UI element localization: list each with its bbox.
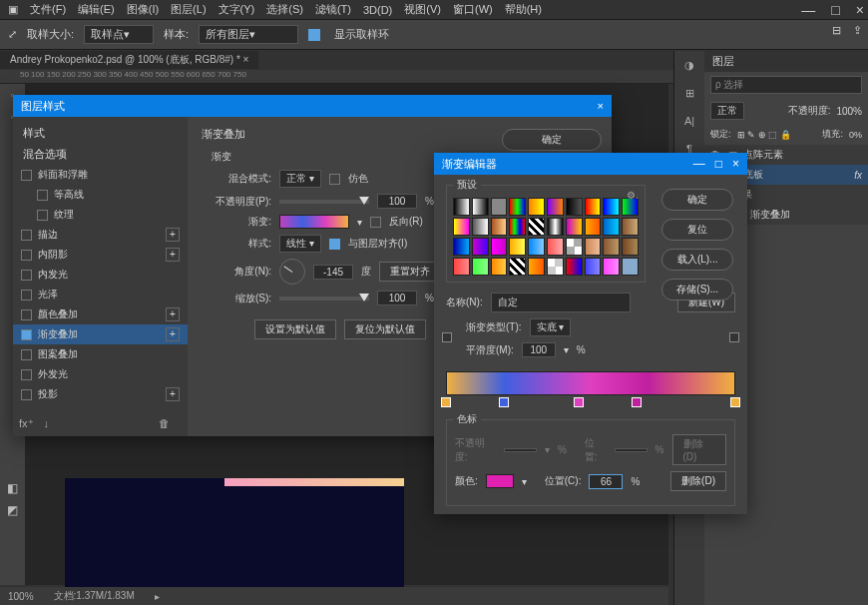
sample-select[interactable]: 所有图层 ▾: [199, 25, 298, 44]
layers-panel-header[interactable]: 图层: [704, 51, 868, 72]
close-icon[interactable]: ×: [856, 2, 864, 18]
dialog-titlebar[interactable]: 渐变编辑器 — □ ×: [434, 153, 747, 175]
gradient-color-stop[interactable]: [730, 397, 740, 407]
gradient-opacity-stop[interactable]: [729, 332, 739, 342]
gradient-bar[interactable]: [446, 371, 735, 395]
angle-dial[interactable]: [279, 259, 305, 285]
menu-window[interactable]: 窗口(W): [453, 2, 493, 17]
text-panel-icon[interactable]: A|: [674, 107, 704, 135]
color-preview[interactable]: [486, 474, 514, 488]
load-button[interactable]: 载入(L)...: [661, 249, 733, 271]
preset-swatch[interactable]: [547, 218, 564, 236]
menu-layer[interactable]: 图层(L): [171, 2, 206, 17]
scale-input[interactable]: 100: [377, 291, 417, 305]
angle-input[interactable]: -145: [313, 265, 353, 280]
preset-swatch[interactable]: [528, 238, 545, 256]
presets-menu-icon[interactable]: ⚙.: [627, 190, 639, 201]
colors-icon[interactable]: ◧: [0, 477, 25, 499]
preset-swatch[interactable]: [603, 218, 620, 236]
reverse-checkbox[interactable]: [370, 217, 381, 228]
preset-swatch[interactable]: [472, 258, 489, 276]
menu-filter[interactable]: 滤镜(T): [315, 2, 351, 17]
opacity-slider[interactable]: [279, 200, 369, 204]
style-bevel[interactable]: 斜面和浮雕: [13, 165, 188, 185]
make-default-button[interactable]: 设置为默认值: [254, 319, 336, 339]
menu-edit[interactable]: 编辑(E): [78, 2, 115, 17]
dialog-close-icon[interactable]: ×: [598, 100, 604, 112]
preset-swatch[interactable]: [453, 238, 470, 256]
swap-colors-icon[interactable]: ◩: [0, 499, 25, 521]
reset-align-button[interactable]: 重置对齐: [379, 262, 441, 282]
preset-swatch[interactable]: [528, 218, 545, 236]
style-innerglow[interactable]: 内发光: [13, 265, 188, 285]
preset-swatch[interactable]: [453, 258, 470, 276]
style-stroke[interactable]: 描边+: [13, 225, 188, 245]
gradtype-select[interactable]: 实底 ▾: [530, 318, 572, 336]
preset-swatch[interactable]: [585, 258, 602, 276]
fx-badge[interactable]: fx: [854, 170, 862, 181]
preset-swatch[interactable]: [622, 258, 639, 276]
preset-swatch[interactable]: [585, 218, 602, 236]
preset-swatch[interactable]: [622, 218, 639, 236]
preset-swatch[interactable]: [547, 238, 564, 256]
preset-swatch[interactable]: [491, 218, 508, 236]
preset-swatch[interactable]: [603, 258, 620, 276]
menu-select[interactable]: 选择(S): [266, 2, 303, 17]
preset-swatch[interactable]: [585, 238, 602, 256]
preset-swatch[interactable]: [509, 198, 526, 216]
opacity-value[interactable]: 100%: [836, 106, 862, 117]
maximize-icon[interactable]: □: [831, 2, 839, 18]
opacity-input[interactable]: 100: [377, 194, 417, 209]
menu-3d[interactable]: 3D(D): [363, 4, 392, 16]
preset-swatch[interactable]: [472, 198, 489, 216]
ok-button[interactable]: 确定: [502, 129, 602, 151]
smooth-input[interactable]: 100: [522, 342, 556, 357]
close-icon[interactable]: ×: [732, 157, 739, 171]
preset-swatch[interactable]: [566, 218, 583, 236]
delete-colorstop-button[interactable]: 删除(D): [670, 471, 726, 491]
menu-help[interactable]: 帮助(H): [505, 2, 542, 17]
color-loc-input[interactable]: 66: [589, 474, 623, 489]
preset-swatch[interactable]: [547, 198, 564, 216]
minimize-icon[interactable]: —: [801, 2, 815, 18]
lock-icons[interactable]: ⊞ ✎ ⊕ ⬚ 🔒: [737, 130, 791, 140]
blend-mode-select[interactable]: 正常: [710, 102, 744, 120]
samplesize-select[interactable]: 取样点 ▾: [84, 25, 154, 44]
fx-icon[interactable]: fx⁺: [19, 417, 34, 430]
preset-swatch[interactable]: [472, 238, 489, 256]
minimize-icon[interactable]: —: [693, 157, 705, 171]
preset-swatch[interactable]: [453, 218, 470, 236]
style-contour[interactable]: 等高线: [13, 185, 188, 205]
share-icon[interactable]: ⇪: [853, 24, 862, 37]
save-button[interactable]: 存储(S)...: [661, 279, 733, 301]
menu-file[interactable]: 文件(F): [30, 2, 66, 17]
preset-swatch[interactable]: [566, 198, 583, 216]
menu-view[interactable]: 视图(V): [404, 2, 441, 17]
dialog-titlebar[interactable]: 图层样式 ×: [13, 95, 612, 117]
preset-swatch[interactable]: [491, 238, 508, 256]
gradient-color-stop[interactable]: [574, 397, 584, 407]
preset-swatch[interactable]: [547, 258, 564, 276]
blend-options-header[interactable]: 混合选项: [13, 144, 188, 165]
preset-swatch[interactable]: [603, 198, 620, 216]
preset-swatch[interactable]: [566, 258, 583, 276]
preset-swatch[interactable]: [491, 198, 508, 216]
style-select[interactable]: 线性 ▾: [279, 235, 321, 253]
reset-default-button[interactable]: 复位为默认值: [344, 319, 426, 339]
preset-swatch[interactable]: [472, 218, 489, 236]
style-gradientoverlay[interactable]: 渐变叠加+: [13, 324, 188, 344]
fx-down-icon[interactable]: ↓: [44, 417, 50, 430]
style-coloroverlay[interactable]: 颜色叠加+: [13, 304, 188, 324]
dither-checkbox[interactable]: [329, 174, 340, 185]
showring-checkbox[interactable]: [308, 29, 320, 41]
layer-search[interactable]: ρ 选择: [710, 76, 862, 94]
cancel-button[interactable]: 复位: [661, 219, 733, 241]
style-outerglow[interactable]: 外发光: [13, 364, 188, 384]
preset-swatch[interactable]: [509, 238, 526, 256]
color-panel-icon[interactable]: ◑: [674, 51, 704, 79]
gradient-color-stop[interactable]: [499, 397, 509, 407]
styles-header[interactable]: 样式: [13, 123, 188, 144]
ok-button[interactable]: 确定: [661, 189, 733, 211]
preset-swatch[interactable]: [509, 258, 526, 276]
gradient-color-stop[interactable]: [632, 397, 642, 407]
